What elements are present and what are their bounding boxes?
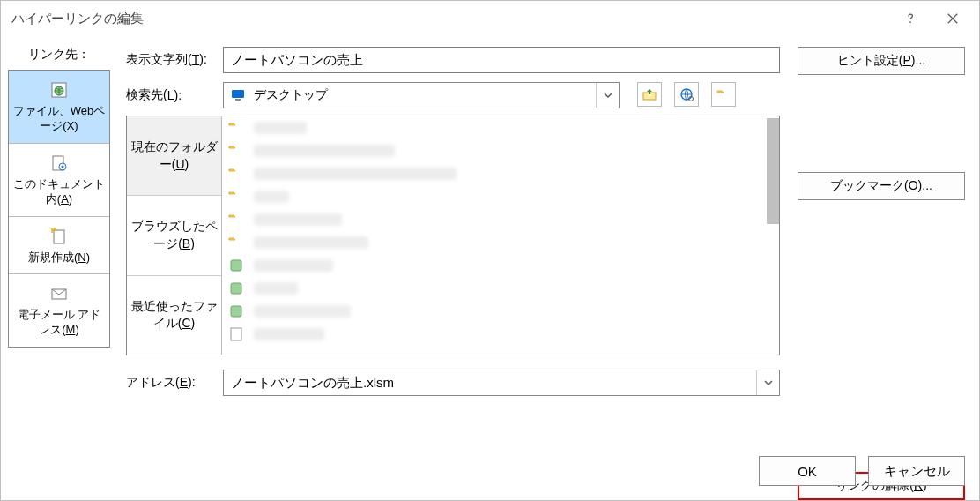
content-area: 表示文字列(T): 検索先(L): デスクトップ	[115, 36, 791, 500]
list-item[interactable]	[222, 139, 779, 162]
svg-marker-19	[229, 169, 235, 171]
sidebar-item-new-doc[interactable]: 新規作成(N)	[9, 217, 109, 275]
browse-area: 現在のフォルダー(U) ブラウズしたページ(B) 最近使ったファイル(C)	[126, 116, 780, 355]
address-input[interactable]	[224, 370, 756, 395]
list-item-label	[254, 259, 333, 272]
list-item-label	[254, 145, 395, 157]
sidebar-item-label: このドキュメント内(A)	[12, 177, 106, 207]
lookin-value: デスクトップ	[249, 87, 596, 103]
browse-tab-current-folder[interactable]: 現在のフォルダー(U)	[127, 116, 221, 196]
app-icon	[227, 304, 245, 318]
lookin-row: 検索先(L): デスクトップ	[126, 82, 780, 108]
globe-page-icon	[48, 79, 70, 101]
titlebar: ハイパーリンクの編集	[1, 1, 979, 36]
list-item-label	[254, 168, 457, 180]
list-item[interactable]	[222, 300, 779, 323]
sidebar-item-this-doc[interactable]: このドキュメント内(A)	[9, 144, 109, 217]
display-text-input[interactable]	[223, 47, 780, 73]
svg-rect-8	[232, 90, 244, 98]
browse-tab-recent-files[interactable]: 最近使ったファイル(C)	[127, 276, 221, 355]
folder-icon	[227, 236, 245, 250]
list-item-label	[254, 191, 289, 203]
help-icon[interactable]	[889, 1, 932, 36]
list-item[interactable]	[222, 254, 779, 277]
svg-rect-6	[54, 230, 64, 243]
new-doc-icon	[48, 226, 70, 247]
sidebar-title: リンク先：	[8, 47, 110, 63]
sidebar-item-label: 新規作成(N)	[28, 250, 90, 265]
sidebar-panel: ファイル、Webページ(X) このドキュメント内(A) 新規作成(N)	[8, 70, 110, 348]
svg-point-0	[909, 21, 911, 23]
display-text-label: 表示文字列(T):	[126, 52, 223, 68]
svg-marker-23	[229, 215, 235, 217]
svg-marker-13	[717, 91, 724, 93]
svg-marker-21	[229, 192, 235, 194]
folder-icon	[227, 167, 245, 181]
list-item-label	[254, 328, 324, 340]
browse-web-button[interactable]	[674, 82, 699, 107]
list-item[interactable]	[222, 162, 779, 185]
dialog-title: ハイパーリンクの編集	[11, 11, 889, 27]
envelope-icon	[48, 283, 70, 304]
svg-rect-9	[235, 99, 241, 101]
sidebar: リンク先： ファイル、Webページ(X) このドキュメント内(A)	[1, 36, 115, 500]
svg-point-5	[62, 165, 64, 168]
svg-marker-25	[229, 238, 235, 240]
list-item-label	[254, 282, 298, 295]
svg-marker-17	[229, 146, 235, 148]
list-item-label	[254, 236, 368, 249]
list-item-label	[254, 305, 351, 318]
folder-icon	[227, 144, 245, 158]
lookin-combo[interactable]: デスクトップ	[223, 82, 620, 108]
bookmark-button[interactable]: ブックマーク(O)...	[798, 172, 965, 200]
app-icon	[227, 281, 245, 295]
lookin-toolbuttons	[637, 82, 736, 108]
list-item[interactable]	[222, 185, 779, 208]
lookin-label: 検索先(L):	[126, 82, 223, 108]
chevron-down-icon[interactable]	[596, 83, 619, 108]
folder-icon	[227, 213, 245, 227]
file-icon	[227, 327, 245, 341]
close-icon[interactable]	[932, 1, 974, 36]
list-item-label	[254, 122, 307, 134]
folder-icon	[227, 190, 245, 204]
svg-rect-29	[231, 306, 241, 317]
screentip-button[interactable]: ヒント設定(P)...	[798, 47, 965, 75]
sidebar-item-file-web[interactable]: ファイル、Webページ(X)	[9, 71, 109, 144]
address-row: アドレス(E):	[126, 370, 780, 396]
browse-tabs: 現在のフォルダー(U) ブラウズしたページ(B) 最近使ったファイル(C)	[127, 116, 222, 355]
list-item-label	[254, 213, 342, 226]
doc-target-icon	[48, 153, 70, 174]
ok-button[interactable]: OK	[759, 456, 856, 486]
svg-marker-15	[229, 123, 235, 125]
list-item[interactable]	[222, 231, 779, 254]
list-item[interactable]	[222, 116, 779, 139]
sidebar-item-label: 電子メール アドレス(M)	[12, 308, 106, 338]
address-label: アドレス(E):	[126, 375, 223, 391]
browse-folder-button[interactable]	[711, 82, 736, 107]
chevron-down-icon[interactable]	[756, 370, 779, 395]
scrollbar-thumb[interactable]	[767, 118, 779, 224]
folder-icon	[227, 121, 245, 135]
browse-tab-browsed-pages[interactable]: ブラウズしたページ(B)	[127, 196, 221, 275]
sidebar-item-label: ファイル、Webページ(X)	[12, 104, 106, 134]
footer: OK キャンセル	[759, 456, 965, 486]
app-icon	[227, 258, 245, 273]
right-column: ヒント設定(P)... ブックマーク(O)... リンクの解除(R)	[791, 36, 979, 500]
list-item[interactable]	[222, 208, 779, 231]
list-item[interactable]	[222, 323, 779, 346]
svg-rect-28	[231, 283, 241, 294]
desktop-monitor-icon	[227, 85, 249, 106]
display-text-row: 表示文字列(T):	[126, 47, 780, 73]
svg-rect-30	[231, 328, 241, 340]
sidebar-item-email[interactable]: 電子メール アドレス(M)	[9, 274, 109, 347]
dialog-body: リンク先： ファイル、Webページ(X) このドキュメント内(A)	[1, 36, 979, 500]
address-combo[interactable]	[223, 370, 780, 396]
svg-rect-27	[231, 260, 241, 271]
cancel-button[interactable]: キャンセル	[868, 456, 965, 486]
file-list[interactable]	[222, 116, 779, 355]
up-folder-button[interactable]	[637, 82, 662, 107]
hyperlink-dialog: ハイパーリンクの編集 リンク先： ファイル、Webページ(X)	[0, 0, 980, 501]
list-item[interactable]	[222, 277, 779, 300]
